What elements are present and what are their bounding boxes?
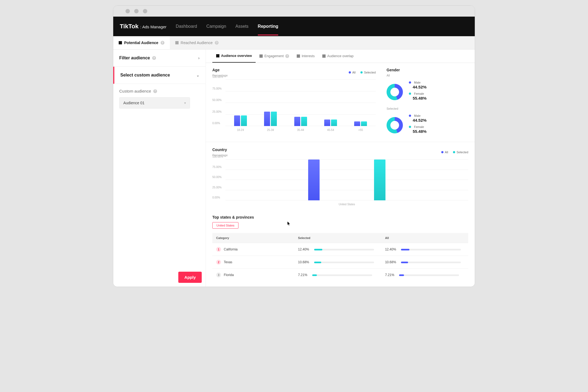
tab-label: Audience overlap [327,54,354,58]
gender-all-row: Male 44.52% Female 55.48% [387,81,468,103]
report-tabs: Audience overview Engagement? Interests … [206,50,475,63]
chevron-down-icon: ⌄ [196,73,200,77]
divider [206,142,475,142]
brand-name: TikTok [120,23,139,30]
tab-interests[interactable]: Interests [293,50,318,63]
age-bar-chart: 0.00%25.00%50.00%75.00%100.00%18-2425-34… [212,80,376,131]
rank-badge: 3 [216,272,221,277]
gender-title: Gender [387,68,468,72]
window-titlebar [113,6,475,17]
gender-card: Gender All Male 44.52% Female 55.48% Sel… [387,68,468,136]
tab-engagement[interactable]: Engagement? [256,50,293,63]
help-icon[interactable]: ? [215,41,219,45]
audience-icon [119,41,122,44]
tab-potential-audience[interactable]: Potential Audience ? [113,36,170,49]
legend-dot-selected [453,151,455,153]
gender-selected-legend: Male 44.52% Female 55.48% [409,114,427,136]
tab-audience-overview[interactable]: Audience overview [212,50,256,63]
selected-value: 12.40% [298,247,309,251]
gender-all-donut [387,84,403,100]
sidebar-label: Filter audience [119,56,150,60]
help-icon[interactable]: ? [285,54,289,58]
legend-dot-all [349,71,351,74]
legend-dot-selected [360,71,363,74]
apply-button[interactable]: Apply [178,272,202,283]
custom-audience-label: Custom audience ? [119,89,200,93]
states-title: Top states & provinces [212,215,468,219]
legend-dot-female [409,93,411,95]
overlap-icon [322,54,326,58]
gender-all-legend: Male 44.52% Female 55.48% [409,81,427,103]
all-bar [399,274,459,276]
all-bar [401,249,461,250]
audience-tabs: Potential Audience ? Reached Audience ? [113,36,475,50]
gender-all-label: All [387,74,468,77]
age-legend: All Selected [349,71,376,74]
table-row: 2Texas10.68%10.68% [212,256,468,269]
col-category: Category [212,233,294,243]
col-all: All [381,233,468,243]
help-icon[interactable]: ? [152,56,156,60]
content-body: Filter audience ? › Select custom audien… [113,50,475,287]
tab-reached-audience[interactable]: Reached Audience ? [170,36,224,49]
col-selected: Selected [294,233,381,243]
male-value: 44.52% [413,118,427,122]
nav-dashboard[interactable]: Dashboard [176,24,197,29]
state-name: Texas [224,260,232,264]
audience-icon [175,41,179,44]
sidebar-filter-audience[interactable]: Filter audience ? › [113,50,206,67]
all-value: 12.40% [385,247,396,251]
gender-selected-row: Male 44.52% Female 55.48% [387,114,468,136]
legend-all: All [352,71,356,74]
country-card: Country Percentage All Selected 0.00%25.… [212,148,468,209]
all-value: 10.68% [385,260,396,264]
chevron-right-icon: › [198,56,200,60]
mouse-cursor-icon [287,222,290,225]
tab-label: Potential Audience [124,41,158,45]
brand: TikTok : Ads Manager [120,23,167,30]
legend-dot-male [409,81,411,84]
gender-selected-label: Selected [387,107,468,110]
label-text: Custom audience [119,89,151,93]
tab-audience-overlap[interactable]: Audience overlap [318,50,357,63]
age-chart-card: Age Percentage All Selected 0.00%25.00%5… [212,68,376,136]
help-icon[interactable]: ? [161,41,164,45]
all-bar [401,262,461,263]
female-label: Female [414,92,424,95]
sidebar: Filter audience ? › Select custom audien… [113,50,206,287]
country-bar-chart: 0.00%25.00%50.00%75.00%100.00%United Sta… [212,160,468,209]
legend-dot-all [441,151,443,153]
selected-bar [314,262,374,263]
tab-label: Reached Audience [181,41,213,45]
select-value: Audience 01 [123,101,145,105]
chevron-down-icon: ▾ [184,101,186,105]
selected-bar [314,249,374,250]
nav-assets[interactable]: Assets [235,24,249,29]
selected-value: 7.21% [298,273,307,277]
selected-value: 10.68% [298,260,309,264]
female-value: 55.48% [413,129,427,134]
sidebar-select-custom-audience[interactable]: Select custom audience ⌄ [113,67,206,84]
main-panel: Audience overview Engagement? Interests … [206,50,475,287]
gender-selected-donut [387,117,403,133]
selected-bar [312,274,372,276]
country-chip[interactable]: United States [212,222,238,229]
custom-audience-section: Custom audience ? Audience 01 ▾ [113,84,206,114]
nav-campaign[interactable]: Campaign [206,24,226,29]
window-dot [125,9,130,13]
custom-audience-select[interactable]: Audience 01 ▾ [119,97,190,109]
rank-badge: 1 [216,247,221,252]
female-value: 55.48% [413,96,427,100]
age-gender-row: Age Percentage All Selected 0.00%25.00%5… [212,68,468,136]
help-icon[interactable]: ? [153,89,157,93]
age-title: Age [212,68,228,72]
top-nav: TikTok : Ads Manager Dashboard Campaign … [113,17,475,36]
table-row: 1California12.40%12.40% [212,243,468,256]
male-label: Male [414,81,421,84]
nav-reporting[interactable]: Reporting [258,24,278,29]
window-dot [134,9,139,13]
male-label: Male [414,114,421,117]
window-dot [143,9,147,13]
male-value: 44.52% [413,85,427,89]
legend-all: All [445,151,448,154]
